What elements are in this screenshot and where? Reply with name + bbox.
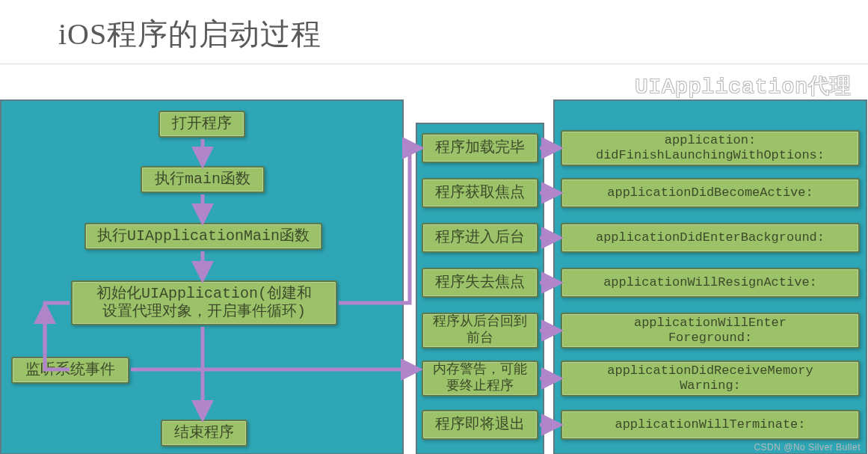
delegate-5: applicationDidReceiveMemory Warning: xyxy=(561,361,860,396)
diagram-root: iOS程序的启动过程 UIApplication代理 打开程序 执行main函数… xyxy=(0,0,868,454)
delegate-4: applicationWillEnter Foreground: xyxy=(561,313,860,349)
event-0: 程序加载完毕 xyxy=(422,133,538,163)
delegate-label: UIApplication代理 xyxy=(635,72,852,100)
event-6: 程序即将退出 xyxy=(422,410,538,440)
node-main: 执行main函数 xyxy=(141,166,265,193)
event-2: 程序进入后台 xyxy=(422,223,538,253)
panel-left xyxy=(0,99,404,454)
node-init: 初始化UIApplication(创建和 设置代理对象，开启事件循环) xyxy=(71,280,337,325)
node-end: 结束程序 xyxy=(161,420,247,447)
delegate-0: application: didFinishLaunchingWithOptio… xyxy=(561,130,860,166)
node-uiappmain: 执行UIApplicationMain函数 xyxy=(84,223,322,250)
watermark: CSDN @No Silver Bullet xyxy=(754,442,861,453)
delegate-6: applicationWillTerminate: xyxy=(561,410,860,440)
delegate-3: applicationWillResignActive: xyxy=(561,268,860,298)
node-open: 打开程序 xyxy=(158,111,245,138)
delegate-2: applicationDidEnterBackground: xyxy=(561,223,860,253)
node-listen: 监听系统事件 xyxy=(11,357,129,384)
event-1: 程序获取焦点 xyxy=(422,178,538,208)
delegate-1: applicationDidBecomeActive: xyxy=(561,178,860,208)
event-3: 程序失去焦点 xyxy=(422,268,538,298)
event-5: 内存警告，可能 要终止程序 xyxy=(422,361,538,396)
page-title: iOS程序的启动过程 xyxy=(58,13,868,55)
divider xyxy=(0,64,868,64)
event-4: 程序从后台回到 前台 xyxy=(422,313,538,349)
